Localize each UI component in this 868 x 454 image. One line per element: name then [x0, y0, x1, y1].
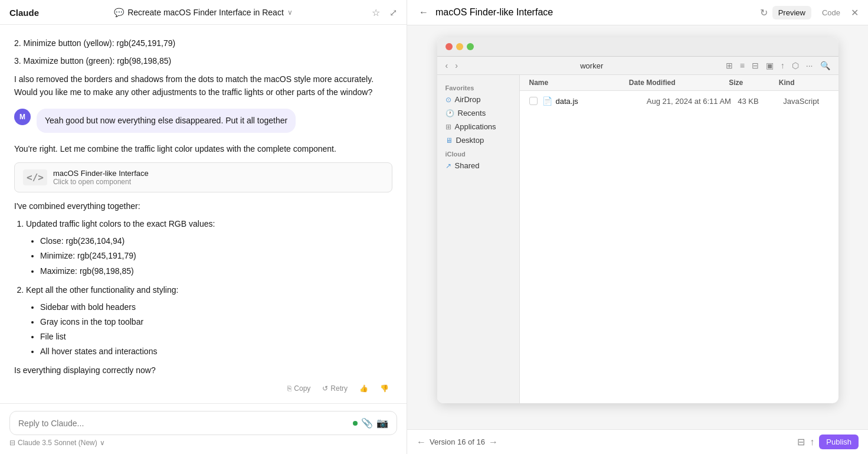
- closing-text: Is everything displaying correctly now?: [14, 364, 392, 377]
- tab-code[interactable]: Code: [816, 6, 846, 19]
- refresh-button[interactable]: ↻: [760, 7, 768, 18]
- input-actions: 📎 📷: [353, 417, 388, 429]
- body-intro: I've combined everything together:: [14, 200, 392, 213]
- copy-button[interactable]: ⎘ Copy: [284, 382, 314, 395]
- message-actions: ⎘ Copy ↺ Retry 👍 👎: [14, 382, 392, 395]
- view-grid-button[interactable]: ⊞: [723, 60, 735, 71]
- sidebar-item-desktop[interactable]: 🖥 Desktop: [437, 133, 519, 147]
- model-name: Claude 3.5 Sonnet (New): [18, 439, 97, 447]
- assistant-message-1: 2. Minimize button (yellow): rgb(245,191…: [14, 37, 392, 99]
- finder-window: ‹ › worker ⊞ ≡ ⊟ ▣ ↑ ⬡ ··· 🔍: [437, 37, 838, 403]
- col-header-size: Size: [729, 79, 779, 87]
- sidebar-item-airdrop[interactable]: ⊙ AirDrop: [437, 93, 519, 106]
- expand-button[interactable]: ⤢: [387, 4, 399, 20]
- publish-button[interactable]: Publish: [819, 435, 859, 449]
- back-button[interactable]: ←: [417, 5, 431, 20]
- favorites-title: Favorites: [437, 81, 519, 93]
- share-button[interactable]: ↑: [778, 60, 787, 71]
- numbered-list: Updated traffic light colors to the exac…: [26, 217, 392, 359]
- version-forward-button[interactable]: →: [489, 437, 498, 448]
- chevron-down-icon: ∨: [287, 8, 293, 17]
- minimize-button[interactable]: [456, 43, 463, 50]
- record-indicator: [353, 421, 358, 426]
- sidebar-item-shared[interactable]: ↗ Shared: [437, 159, 519, 172]
- thumbs-up-button[interactable]: 👍: [356, 382, 372, 395]
- finder-sidebar: Favorites ⊙ AirDrop 🕐 Recents ⊞ Applicat…: [437, 75, 520, 403]
- bullet-list-2: Sidebar with bold headers Gray icons in …: [40, 300, 392, 360]
- desktop-icon: 🖥: [446, 136, 453, 145]
- search-button[interactable]: 🔍: [818, 60, 833, 71]
- sidebar-label-desktop: Desktop: [456, 136, 484, 145]
- view-list-button[interactable]: ≡: [738, 60, 747, 71]
- more-button[interactable]: ···: [804, 60, 815, 71]
- finder-toolbar: ‹ › worker ⊞ ≡ ⊟ ▣ ↑ ⬡ ··· 🔍: [437, 57, 838, 75]
- preview-content: ‹ › worker ⊞ ≡ ⊟ ▣ ↑ ⬡ ··· 🔍: [407, 25, 868, 429]
- close-preview-button[interactable]: ✕: [851, 7, 859, 18]
- footer-download-icon[interactable]: ⊟: [797, 436, 805, 448]
- preview-header: ← macOS Finder-like Interface ↻ Preview …: [407, 0, 868, 25]
- col-header-name: Name: [529, 79, 629, 87]
- input-box: 📎 📷: [9, 411, 397, 435]
- component-name: macOS Finder-like Interface: [53, 169, 149, 178]
- finder-forward-button[interactable]: ›: [453, 60, 460, 71]
- preview-nav: ← macOS Finder-like Interface: [417, 5, 553, 20]
- response-intro: You're right. Let me combine the traffic…: [14, 142, 392, 155]
- tags-button[interactable]: ⬡: [790, 60, 801, 71]
- file-checkbox[interactable]: [529, 97, 538, 105]
- sidebar-item-applications[interactable]: ⊞ Applications: [437, 120, 519, 133]
- file-item-datajs[interactable]: 📄 data.js Aug 21, 2024 at 6:11 AM 43 KB …: [520, 93, 838, 109]
- user-avatar: M: [14, 109, 31, 125]
- component-hint: Click to open component: [53, 178, 149, 186]
- file-list: 📄 data.js Aug 21, 2024 at 6:11 AM 43 KB …: [520, 91, 838, 111]
- camera-button[interactable]: 📷: [376, 417, 388, 429]
- msg-line-1: 2. Minimize button (yellow): rgb(245,191…: [14, 37, 392, 50]
- body-intro-text: I've combined everything together:: [14, 200, 392, 213]
- closing-message: Is everything displaying correctly now?: [14, 364, 392, 377]
- col-header-kind: Kind: [779, 79, 829, 87]
- traffic-lights: [446, 43, 474, 50]
- finder-back-button[interactable]: ‹: [443, 60, 451, 71]
- col-header-date: Date Modified: [629, 79, 729, 87]
- preview-actions: ↻ Preview Code ✕: [760, 6, 859, 19]
- sidebar-label-airdrop: AirDrop: [455, 95, 481, 104]
- retry-button[interactable]: ↺ Retry: [319, 382, 351, 395]
- sidebar-item-recents[interactable]: 🕐 Recents: [437, 106, 519, 120]
- bullet-1-3: Maximize: rgb(98,198,85): [40, 264, 392, 279]
- finder-body: Favorites ⊙ AirDrop 🕐 Recents ⊞ Applicat…: [437, 75, 838, 403]
- bullet-1-1: Close: rgb(236,104,94): [40, 234, 392, 249]
- copy-icon: ⎘: [287, 384, 291, 393]
- version-back-button[interactable]: ←: [417, 437, 426, 448]
- chat-title: Recreate macOS Finder Interface in React: [127, 8, 284, 17]
- recents-icon: 🕐: [446, 109, 454, 117]
- thumbs-down-button[interactable]: 👎: [376, 382, 392, 395]
- star-button[interactable]: ☆: [369, 4, 382, 20]
- file-icon: 📄: [542, 96, 552, 106]
- file-name: data.js: [556, 97, 647, 106]
- maximize-button[interactable]: [467, 43, 474, 50]
- list-item-1: Updated traffic light colors to the exac…: [26, 217, 392, 278]
- attach-button[interactable]: 📎: [361, 417, 373, 429]
- footer-share-icon[interactable]: ↑: [810, 437, 814, 448]
- preview-panel: ← macOS Finder-like Interface ↻ Preview …: [407, 0, 868, 454]
- model-selector[interactable]: ⊟ Claude 3.5 Sonnet (New) ∨: [9, 435, 397, 447]
- tab-preview[interactable]: Preview: [772, 6, 811, 19]
- column-headers: Name Date Modified Size Kind: [520, 75, 838, 91]
- msg-line-3: I also removed the borders and shadows f…: [14, 73, 392, 99]
- bullet-2-3: File list: [40, 329, 392, 344]
- bullet-2-1: Sidebar with bold headers: [40, 300, 392, 315]
- list-item-2-text: Kept all the other functionality and sty…: [26, 285, 178, 295]
- component-card[interactable]: </> macOS Finder-like Interface Click to…: [14, 162, 392, 192]
- user-message-1: M Yeah good but now everything else disa…: [14, 109, 392, 133]
- finder-toolbar-icons: ⊞ ≡ ⊟ ▣ ↑ ⬡ ··· 🔍: [723, 60, 833, 71]
- footer-actions: ⊟ ↑ Publish: [797, 435, 859, 449]
- chat-title-area: 💬 Recreate macOS Finder Interface in Rea…: [114, 8, 293, 17]
- chat-input[interactable]: [18, 419, 348, 428]
- user-message-text: Yeah good but now everything else disapp…: [45, 116, 287, 125]
- close-button[interactable]: [446, 43, 453, 50]
- chat-panel: Claude 💬 Recreate macOS Finder Interface…: [0, 0, 407, 454]
- view-gallery-button[interactable]: ▣: [764, 60, 776, 71]
- view-columns-button[interactable]: ⊟: [749, 60, 761, 71]
- chat-messages: 2. Minimize button (yellow): rgb(245,191…: [0, 25, 407, 403]
- bullet-2-4: All hover states and interactions: [40, 344, 392, 359]
- file-kind: JavaScript: [783, 97, 828, 106]
